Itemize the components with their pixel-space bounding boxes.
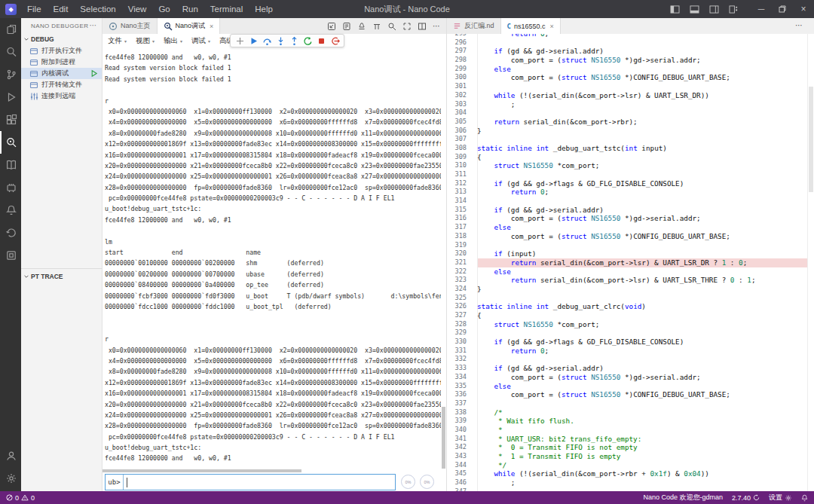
code-line[interactable]: 316 com_port = (struct NS16550 *)gd->ser… bbox=[447, 214, 807, 223]
sidebar-item[interactable]: 连接到远端 bbox=[21, 90, 102, 102]
sidebar-item[interactable]: 内核调试 bbox=[21, 68, 102, 79]
console-horizontal-scrollbar[interactable] bbox=[103, 469, 301, 472]
files-icon[interactable] bbox=[0, 18, 21, 41]
menu-help[interactable]: Help bbox=[249, 0, 279, 18]
notifications-icon[interactable] bbox=[0, 199, 21, 221]
code-line[interactable]: 313 return 0; bbox=[447, 188, 807, 197]
welcome-status[interactable]: Nano Code 欢迎您-gdman bbox=[643, 493, 723, 502]
sidebar-item[interactable]: 打开执行文件 bbox=[21, 45, 102, 57]
code-line[interactable]: 325 bbox=[447, 294, 807, 303]
code-line[interactable]: 324} bbox=[447, 285, 807, 294]
code-line[interactable]: 323 return serial_din(&com_port->lsr) & … bbox=[447, 276, 807, 285]
code-line[interactable]: 300 com_port = (struct NS16550 *)CONFIG_… bbox=[447, 73, 807, 82]
menu-selection[interactable]: Selection bbox=[74, 0, 121, 18]
code-line[interactable]: 327{ bbox=[447, 311, 807, 320]
code-line[interactable]: 336 com_port = (struct NS16550 *)CONFIG_… bbox=[447, 390, 807, 399]
disconnect-button[interactable] bbox=[329, 35, 341, 47]
code-line[interactable]: 322 else bbox=[447, 267, 807, 276]
code-line[interactable]: 318 com_port = (struct NS16550 *)CONFIG_… bbox=[447, 232, 807, 241]
code-line[interactable]: 326static inline int _debug_uart_clrc(vo… bbox=[447, 302, 807, 311]
code-line[interactable]: 330 if (gd && gd->flags & GD_FLG_DISABLE… bbox=[447, 338, 807, 347]
nano-debugger-icon[interactable] bbox=[0, 131, 21, 154]
more-actions-icon[interactable]: ⋯ bbox=[433, 22, 441, 30]
code-line[interactable]: 329 bbox=[447, 328, 807, 338]
code-line[interactable]: 308static inline int _debug_uart_tstc(in… bbox=[447, 144, 807, 153]
fullscreen-icon[interactable] bbox=[402, 22, 412, 31]
code-line[interactable]: 333 if (gd && gd->serial.addr) bbox=[447, 364, 807, 373]
settings-status[interactable]: 设置 bbox=[769, 493, 792, 502]
code-line[interactable]: 306} bbox=[447, 127, 807, 136]
menu-edit[interactable]: Edit bbox=[47, 0, 75, 18]
code-line[interactable]: 298 com_port = (struct NS16550 *)gd->ser… bbox=[447, 56, 807, 65]
registers-icon[interactable] bbox=[372, 22, 381, 31]
debug-menu-文件[interactable]: 文件 bbox=[103, 36, 131, 46]
menu-view[interactable]: View bbox=[122, 0, 153, 18]
step-into-button[interactable] bbox=[275, 35, 286, 47]
sidebar-item[interactable]: 打开转储文件 bbox=[21, 79, 102, 90]
code-line[interactable]: 338 /* bbox=[447, 408, 807, 417]
code-line[interactable]: 307 bbox=[447, 135, 807, 144]
notes-icon[interactable] bbox=[342, 22, 351, 31]
toggle-secondary-sidebar-icon[interactable] bbox=[709, 5, 719, 14]
percent-button-2[interactable]: 0% bbox=[420, 475, 434, 489]
code-line[interactable]: 311 bbox=[447, 170, 807, 179]
split-editor-icon[interactable] bbox=[418, 22, 427, 31]
code-line[interactable]: 301 bbox=[447, 82, 807, 91]
restart-button[interactable] bbox=[302, 35, 314, 47]
account-icon[interactable] bbox=[0, 444, 21, 467]
import-icon[interactable] bbox=[327, 22, 336, 31]
code-line[interactable]: 328 struct NS16550 *com_port; bbox=[447, 320, 807, 329]
step-out-button[interactable] bbox=[289, 35, 300, 47]
history-icon[interactable] bbox=[0, 221, 21, 244]
settings-icon[interactable] bbox=[0, 467, 21, 490]
code-line[interactable]: 346 ; bbox=[447, 478, 807, 487]
code-line[interactable]: 309{ bbox=[447, 153, 807, 162]
code-line[interactable]: 314 bbox=[447, 197, 807, 206]
debug-menu-视图[interactable]: 视图 bbox=[131, 36, 159, 46]
section-header-pt-trace[interactable]: PT TRACE bbox=[21, 270, 102, 283]
code-line[interactable]: 334 com_port = (struct NS16550 *)gd->ser… bbox=[447, 373, 807, 382]
code-line[interactable]: 335 else bbox=[447, 382, 807, 391]
debug-menu-调试[interactable]: 调试 bbox=[187, 36, 215, 46]
run-session-icon[interactable] bbox=[90, 69, 98, 78]
continue-button[interactable] bbox=[248, 35, 259, 47]
tab-Nano调试[interactable]: Nano调试× bbox=[158, 18, 221, 34]
customize-layout-icon[interactable] bbox=[729, 5, 739, 14]
search-icon[interactable] bbox=[0, 41, 21, 63]
tab-反汇编.nd[interactable]: 反汇编.nd bbox=[447, 18, 501, 34]
percent-button-1[interactable]: 0% bbox=[401, 475, 415, 489]
code-line[interactable]: 317 else bbox=[447, 223, 807, 232]
tab-ns16550.c[interactable]: Cns16550.c× bbox=[501, 18, 561, 34]
sidebar-item[interactable]: 附加到进程 bbox=[21, 57, 102, 68]
step-over-button[interactable] bbox=[262, 35, 273, 47]
code-line[interactable]: 344 */ bbox=[447, 461, 807, 470]
tab-Nano主页[interactable]: Nano主页 bbox=[103, 18, 158, 34]
code-line[interactable]: 331 return 0; bbox=[447, 347, 807, 356]
code-line[interactable]: 296 bbox=[447, 38, 807, 47]
minimize-button[interactable]: ─ bbox=[751, 0, 772, 18]
menu-go[interactable]: Go bbox=[152, 0, 176, 18]
source-control-icon[interactable] bbox=[0, 63, 21, 86]
extensions-icon[interactable] bbox=[0, 108, 21, 131]
close-icon[interactable]: × bbox=[549, 23, 553, 30]
stamp-icon[interactable] bbox=[357, 22, 366, 31]
docs-icon[interactable] bbox=[0, 154, 21, 176]
code-line[interactable]: 340 * bbox=[447, 426, 807, 435]
debug-menu-输出[interactable]: 输出 bbox=[159, 36, 187, 46]
close-icon[interactable]: × bbox=[210, 23, 213, 30]
console-vertical-scrollbar[interactable] bbox=[442, 407, 445, 469]
problems-indicator[interactable]: 0 0 bbox=[6, 494, 35, 502]
editor-scrollbar[interactable] bbox=[807, 34, 814, 491]
code-line[interactable]: 320 if (input) bbox=[447, 249, 807, 258]
output-icon[interactable] bbox=[0, 244, 21, 267]
code-line[interactable]: 299 else bbox=[447, 65, 807, 74]
code-line[interactable]: 297 if (gd && gd->serial.addr) bbox=[447, 47, 807, 56]
notifications-status[interactable] bbox=[801, 494, 808, 502]
code-line[interactable]: 303 ; bbox=[447, 100, 807, 109]
editor-more-actions-icon[interactable]: ⋯ bbox=[795, 21, 803, 29]
code-line[interactable]: 302 while (!(serial_din(&com_port->lsr) … bbox=[447, 91, 807, 100]
stop-button[interactable] bbox=[316, 35, 327, 47]
section-header-debug[interactable]: DEBUG bbox=[21, 33, 102, 45]
command-input[interactable] bbox=[124, 475, 395, 490]
add-button[interactable] bbox=[234, 35, 246, 47]
